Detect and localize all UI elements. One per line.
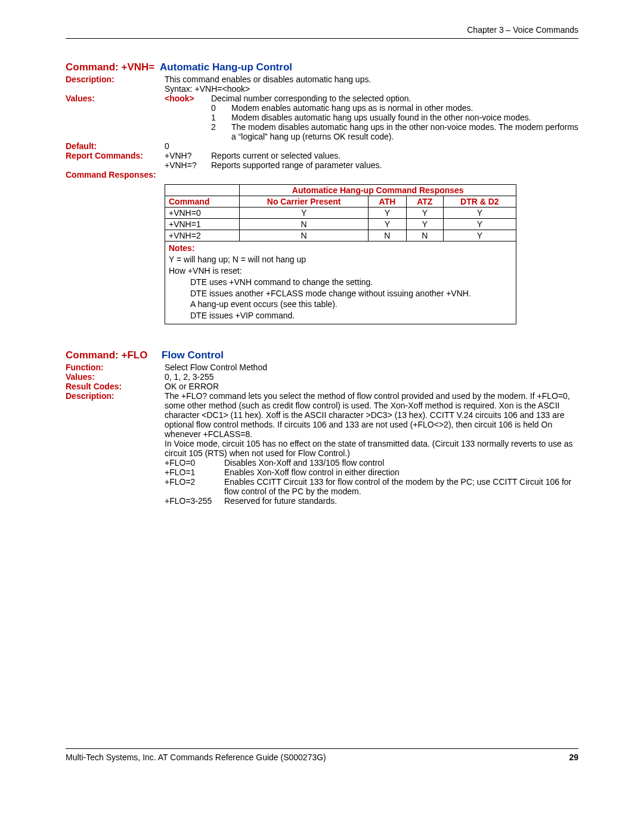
header-chapter: Chapter 3 – Voice Commands [66,25,578,38]
vnh-desc-line1: This command enables or disables automat… [165,75,578,84]
vnh-th-0: Command [165,196,240,208]
flo-opt0-k: +FLO=0 [165,458,224,467]
table-row: +VNH=1 [165,219,240,230]
flo-opt1-t: Enables Xon-Xoff flow control in either … [224,467,578,477]
cmd-vnh-cmd: Command: +VNH= [66,61,154,73]
flo-values-val: 0, 1, 2, 3-255 [165,372,578,382]
flo-desc-row: Description: The +FLO? command lets you … [66,391,578,506]
table-row: N [240,230,368,241]
flo-desc-p2: In Voice mode, circuit 105 has no effect… [165,439,578,458]
flo-result-row: Result Codes: OK or ERROR [66,382,578,391]
table-row: +VNH=0 [165,208,240,219]
flo-opt3-t: Reserved for future standards. [224,496,578,506]
vnh-note-1: How +VNH is reset: [169,266,242,275]
vnh-th-4: DTR & D2 [443,196,516,208]
vnh-report-label: Report Commands: [66,151,165,160]
vnh-th-3: ATZ [407,196,444,208]
flo-result-val: OK or ERROR [165,382,578,391]
vnh-table-caption: Automatice Hang-up Command Responses [240,185,516,196]
vnh-report-body: +VNH? Reports current or selected values… [165,151,578,170]
vnh-note-4: A hang-up event occurs (see this table). [169,299,338,309]
vnh-rep0-t: Reports current or selected values. [211,151,578,160]
table-row: Y [407,219,444,230]
page: Chapter 3 – Voice Commands Command: +VNH… [0,0,644,781]
flo-result-label: Result Codes: [66,382,165,391]
flo-opt2-t: Enables CCITT Circuit 133 for flow contr… [224,477,578,496]
vnh-hook-label: <hook> [165,94,194,103]
vnh-note-3: DTE issues another +FCLASS mode change w… [169,289,471,298]
vnh-resp-label: Command Responses: [66,170,165,179]
table-row: Y [443,219,516,230]
header-rule [66,38,578,39]
vnh-rep0-k: +VNH? [165,151,211,160]
footer-page: 29 [569,753,578,762]
table-row: Y [407,208,444,219]
table-row: N [368,230,406,241]
vnh-note-2: DTE uses +VNH command to change the sett… [169,277,373,287]
vnh-default-label: Default: [66,141,165,151]
footer-text: Multi-Tech Systems, Inc. AT Commands Ref… [66,753,326,762]
cmd-flo-title: Command: +FLO Flow Control [66,349,578,361]
table-row: N [407,230,444,241]
vnh-opt1-n: 1 [211,113,231,122]
flo-function-row: Function: Select Flow Control Method [66,363,578,372]
vnh-notes-label: Notes: [169,243,195,253]
vnh-opt2-n: 2 [211,122,231,132]
table-row: +VNH=2 [165,230,240,241]
vnh-report-row: Report Commands: +VNH? Reports current o… [66,151,578,170]
table-row: Y [443,230,516,241]
vnh-description-row: Description: This command enables or dis… [66,75,578,94]
vnh-values-body: <hook> Decimal number corresponding to t… [165,94,578,141]
vnh-values-label: Values: [66,94,165,103]
vnh-rep1-t: Reports supported range of parameter val… [211,160,578,170]
flo-desc-p1: The +FLO? command lets you select the me… [165,391,578,439]
flo-function-label: Function: [66,363,165,372]
flo-function-val: Select Flow Control Method [165,363,578,372]
flo-desc-body: The +FLO? command lets you select the me… [165,391,578,506]
table-row: Y [240,208,368,219]
vnh-hook-desc: Decimal number corresponding to the sele… [211,94,578,103]
vnh-default-val: 0 [165,141,578,151]
flo-opt2-k: +FLO=2 [165,477,224,487]
table-row: Y [443,208,516,219]
cmd-flo-cmd: Command: +FLO [66,349,147,361]
cmd-flo-name: Flow Control [162,349,224,361]
vnh-response-table: Automatice Hang-up Command Responses Com… [165,184,516,324]
vnh-th-1: No Carrier Present [240,196,368,208]
vnh-note-5: DTE issues +VIP command. [169,311,295,320]
vnh-rep1-k: +VNH=? [165,160,211,170]
table-row: Y [368,219,406,230]
footer: Multi-Tech Systems, Inc. AT Commands Ref… [66,748,578,762]
vnh-opt0-n: 0 [211,103,231,113]
flo-desc-label: Description: [66,391,165,401]
cmd-vnh-name: Automatic Hang-up Control [160,61,292,73]
vnh-values-row: Values: <hook> Decimal number correspond… [66,94,578,141]
vnh-th-2: ATH [368,196,406,208]
flo-values-row: Values: 0, 1, 2, 3-255 [66,372,578,382]
vnh-opt0-t: Modem enables automatic hang ups as is n… [231,103,578,113]
table-row: N [240,219,368,230]
vnh-desc-line2: Syntax: +VNH=<hook> [165,84,578,94]
vnh-opt2-t: The modem disables automatic hang ups in… [231,122,578,141]
vnh-opt1-t: Modem disables automatic hang ups usuall… [231,113,578,122]
vnh-note-0: Y = will hang up; N = will not hang up [169,255,306,264]
flo-opt3-k: +FLO=3-255 [165,496,224,506]
flo-values-label: Values: [66,372,165,382]
vnh-resp-row: Command Responses: [66,170,578,179]
cmd-vnh-title: Command: +VNH= Automatic Hang-up Control [66,61,578,73]
vnh-notes-cell: Notes: Y = will hang up; N = will not ha… [165,241,516,324]
vnh-description-body: This command enables or disables automat… [165,75,578,94]
flo-opt1-k: +FLO=1 [165,467,224,477]
flo-opt0-t: Disables Xon-Xoff and 133/105 flow contr… [224,458,578,467]
table-row: Y [368,208,406,219]
vnh-default-row: Default: 0 [66,141,578,151]
vnh-description-label: Description: [66,75,165,84]
